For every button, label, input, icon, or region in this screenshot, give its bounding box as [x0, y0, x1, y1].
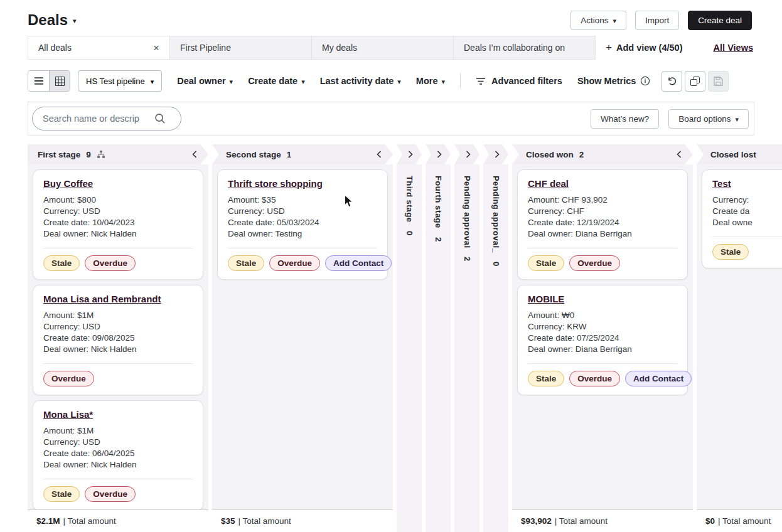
deal-link[interactable]: Buy Coffee — [43, 178, 93, 189]
board-view-button[interactable] — [49, 71, 70, 91]
create-date-filter[interactable]: Create date ▾ — [248, 76, 305, 86]
page-title[interactable]: Deals ▾ — [28, 11, 77, 29]
column-count: 2 — [463, 257, 472, 262]
pipeline-selector[interactable]: HS Test pipeline ▾ — [78, 70, 162, 92]
deal-link[interactable]: MOBILE — [528, 294, 564, 304]
overdue-badge: Overdue — [85, 486, 136, 502]
deal-owner-filter[interactable]: Deal owner ▾ — [177, 76, 233, 86]
column-name: Closed lost — [710, 150, 756, 159]
actions-button[interactable]: Actions ▾ — [570, 11, 626, 30]
deal-currency: Currency: KRW — [528, 321, 677, 332]
list-view-button[interactable] — [28, 71, 49, 91]
collapse-chevron-icon[interactable] — [377, 151, 382, 158]
caret-down-icon: ▾ — [230, 78, 233, 85]
create-deal-button[interactable]: Create deal — [688, 11, 752, 30]
expand-chevron-icon[interactable] — [408, 151, 413, 158]
collapse-chevron-icon[interactable] — [192, 151, 197, 158]
last-activity-date-filter[interactable]: Last activity date ▾ — [320, 76, 401, 86]
expand-chevron-icon[interactable] — [466, 151, 471, 158]
deal-card[interactable]: Buy Coffee Amount: $800 Currency: USD Cr… — [33, 169, 203, 280]
deal-owner: Deal owner: Nick Halden — [43, 459, 193, 471]
tab-first-pipeline[interactable]: First Pipeline — [169, 36, 312, 60]
column-third-stage-collapsed: Third stage0 — [397, 144, 422, 532]
deal-link[interactable]: Mona Lisa and Rembrandt — [43, 294, 161, 304]
deal-currency: Currency: CHF — [528, 206, 677, 217]
filter-icon — [476, 77, 486, 85]
deal-create-date: Create date: 10/04/2023 — [43, 217, 193, 228]
total-value: $0 — [705, 516, 715, 526]
grid-icon — [55, 77, 65, 86]
show-metrics-toggle[interactable]: Show Metrics — [577, 76, 650, 86]
strip-body[interactable]: Fourth stage2 — [426, 164, 451, 532]
strip-body[interactable]: Pending approval2 — [454, 164, 479, 532]
deal-create-date: Create date: 09/08/2025 — [43, 332, 193, 344]
column-count: 0 — [491, 262, 501, 267]
deal-link[interactable]: Mona Lisa* — [43, 409, 93, 420]
card-badges: Stale Overdue Add Contact — [228, 255, 377, 271]
all-views-link[interactable]: All Views — [714, 43, 753, 53]
total-value: $93,902 — [521, 516, 552, 526]
deal-currency: Currency: USD — [43, 321, 193, 332]
card-divider — [43, 479, 193, 479]
search-box[interactable] — [32, 107, 181, 130]
collapse-chevron-icon[interactable] — [677, 151, 682, 158]
more-filters-dropdown[interactable]: More ▾ — [416, 76, 445, 86]
clone-view-button[interactable] — [685, 71, 705, 92]
close-icon[interactable]: × — [153, 43, 159, 53]
deal-link[interactable]: Thrift store shopping — [228, 178, 323, 189]
save-view-button[interactable] — [708, 71, 729, 92]
card-badges: Stale Overdue — [528, 255, 677, 271]
tab-my-deals[interactable]: My deals — [311, 36, 454, 60]
strip-header — [483, 144, 508, 164]
strip-body[interactable]: Third stage0 — [397, 164, 422, 532]
caret-down-icon: ▾ — [613, 18, 616, 24]
tab-all-deals[interactable]: All deals × — [28, 36, 170, 60]
deal-create-date: Create date: 07/25/2024 — [528, 332, 677, 344]
overdue-badge: Overdue — [269, 255, 320, 271]
deal-link[interactable]: Test — [712, 178, 731, 189]
column-fourth-stage-collapsed: Fourth stage2 — [426, 144, 451, 532]
deal-card[interactable]: MOBILE Amount: ₩0 Currency: KRW Create d… — [517, 285, 688, 395]
deal-link[interactable]: CHF deal — [528, 178, 569, 189]
deal-card[interactable]: Mona Lisa* Amount: $1M Currency: USD Cre… — [33, 400, 203, 509]
strip-header — [426, 144, 451, 164]
deal-card[interactable]: Mona Lisa and Rembrandt Amount: $1M Curr… — [33, 285, 203, 395]
tab-deals-collaborating[interactable]: Deals I’m collaborating on — [453, 36, 596, 60]
undo-button[interactable] — [661, 71, 682, 92]
deal-owner: Deal owner: Nick Halden — [43, 228, 193, 240]
undo-icon — [667, 76, 677, 86]
copy-icon — [690, 77, 700, 86]
add-contact-badge[interactable]: Add Contact — [325, 255, 392, 271]
add-contact-badge[interactable]: Add Contact — [625, 371, 692, 386]
overdue-badge: Overdue — [43, 371, 94, 386]
column-count: 1 — [287, 150, 292, 159]
add-view-button[interactable]: + Add view (4/50) — [606, 41, 683, 54]
total-label: | Total amount — [63, 516, 116, 526]
expand-chevron-icon[interactable] — [437, 151, 442, 158]
caret-down-icon: ▾ — [73, 18, 77, 24]
stale-badge: Stale — [528, 255, 564, 271]
stale-badge: Stale — [228, 255, 264, 271]
stale-badge: Stale — [712, 244, 749, 260]
deal-currency: Currency: USD — [228, 206, 377, 217]
tab-label: My deals — [322, 43, 357, 53]
caret-down-icon: ▾ — [151, 78, 154, 85]
column-closed-won: Closed won 2 CHF deal Amount: CHF 93,902… — [512, 144, 693, 532]
strip-body[interactable]: Pending approval_0 — [483, 164, 508, 532]
advanced-filters-button[interactable]: Advanced filters — [476, 76, 562, 86]
kanban-board: First stage 9 Buy Coffee Amount: $800 Cu… — [28, 144, 782, 532]
import-button[interactable]: Import — [635, 11, 679, 30]
whats-new-button[interactable]: What’s new? — [591, 109, 659, 129]
column-pending-approval2-collapsed: Pending approval_0 — [483, 144, 508, 532]
search-input[interactable] — [43, 114, 154, 124]
board-options-button[interactable]: Board options ▾ — [668, 109, 749, 129]
deal-card[interactable]: Thrift store shopping Amount: $35 Curren… — [217, 169, 388, 280]
deal-owner: Deal owner: Testing — [228, 228, 377, 240]
overdue-badge: Overdue — [569, 255, 620, 271]
deal-card[interactable]: CHF deal Amount: CHF 93,902 Currency: CH… — [517, 169, 688, 280]
toolbar-divider — [460, 73, 461, 88]
deal-card[interactable]: Test Currency: Create da Deal owne Stale — [702, 169, 782, 269]
strip-header — [454, 144, 479, 164]
expand-chevron-icon[interactable] — [495, 151, 500, 158]
total-label: | Total amount — [718, 516, 771, 526]
